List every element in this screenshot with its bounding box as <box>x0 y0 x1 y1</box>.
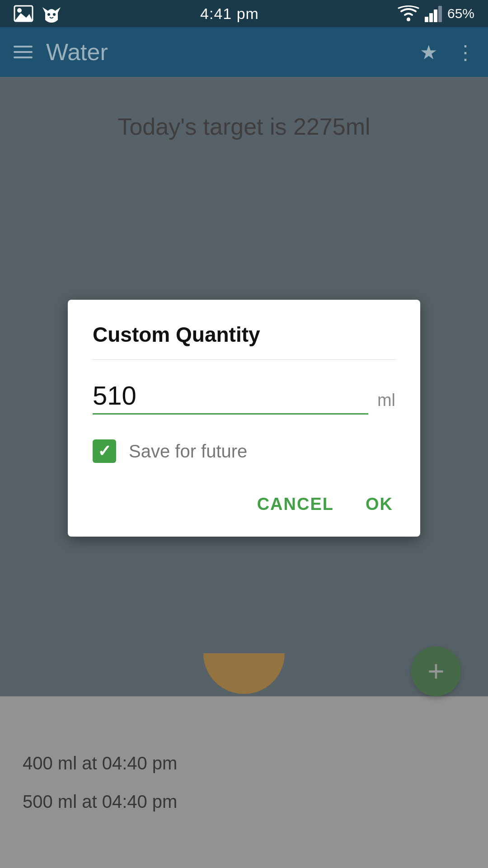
app-bar-actions: ★ ⋮ <box>420 41 474 64</box>
svg-point-3 <box>47 13 50 16</box>
svg-point-5 <box>407 18 410 21</box>
status-bar-time: 4:41 pm <box>200 5 259 23</box>
dialog-overlay: Custom Quantity 510 ml ✓ Save for future… <box>0 77 488 868</box>
unit-label: ml <box>377 391 395 415</box>
gallery-icon <box>14 5 33 22</box>
wifi-icon <box>398 5 419 22</box>
dialog-divider <box>93 359 395 360</box>
favourite-button[interactable]: ★ <box>420 41 437 64</box>
custom-quantity-dialog: Custom Quantity 510 ml ✓ Save for future… <box>68 300 420 537</box>
quantity-input-row: 510 ml <box>93 382 395 415</box>
app-title: Water <box>46 38 420 66</box>
svg-rect-7 <box>429 13 433 22</box>
more-options-button[interactable]: ⋮ <box>455 41 474 64</box>
svg-rect-8 <box>434 9 437 22</box>
svg-point-4 <box>53 13 56 16</box>
app-bar: Water ★ ⋮ <box>0 27 488 77</box>
save-for-future-checkbox[interactable]: ✓ <box>93 439 116 463</box>
svg-rect-9 <box>438 6 442 22</box>
dialog-buttons: CANCEL OK <box>93 490 395 519</box>
hamburger-line-3 <box>14 57 33 58</box>
svg-rect-6 <box>425 17 428 22</box>
background-content: Today's target is 2275ml + 400 ml at 04:… <box>0 77 488 868</box>
ok-button[interactable]: OK <box>363 490 395 519</box>
status-bar-left <box>14 4 61 24</box>
status-bar-right: 65% <box>398 5 474 22</box>
menu-button[interactable] <box>14 46 33 58</box>
status-bar: 4:41 pm 65% <box>0 0 488 27</box>
signal-icon <box>425 5 442 22</box>
cat-icon <box>42 4 61 24</box>
hamburger-line-2 <box>14 51 33 53</box>
hamburger-line-1 <box>14 46 33 47</box>
save-for-future-row: ✓ Save for future <box>93 439 395 463</box>
quantity-value[interactable]: 510 <box>93 381 136 410</box>
dialog-title: Custom Quantity <box>93 322 395 347</box>
svg-point-1 <box>17 8 22 13</box>
checkmark-icon: ✓ <box>98 442 111 461</box>
quantity-input-wrap[interactable]: 510 <box>93 382 368 415</box>
svg-marker-2 <box>14 13 33 21</box>
cancel-button[interactable]: CANCEL <box>255 490 336 519</box>
battery-level: 65% <box>447 6 474 21</box>
save-for-future-label: Save for future <box>129 441 247 462</box>
